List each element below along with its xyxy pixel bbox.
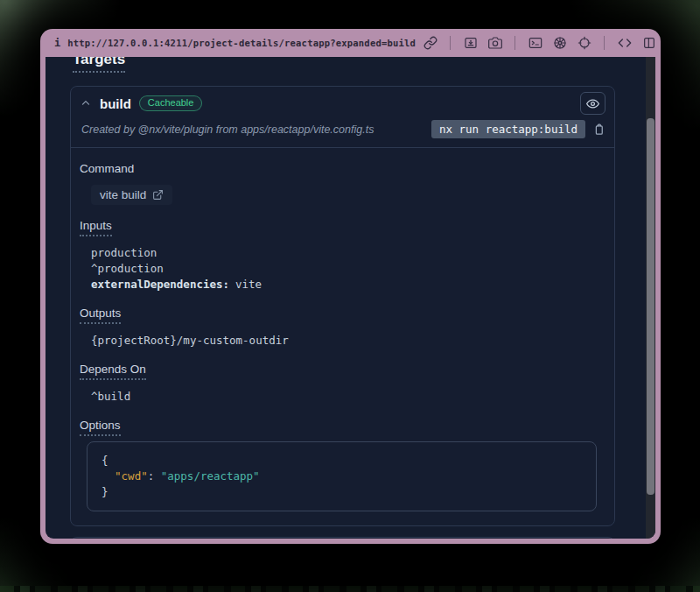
run-command-chip: nx run reactapp:build bbox=[431, 120, 585, 138]
created-by-text: Created by @nx/vite/plugin from apps/rea… bbox=[81, 123, 374, 136]
command-value: vite build bbox=[100, 188, 146, 201]
depends-on-label[interactable]: Depends On bbox=[80, 363, 146, 380]
project-details-page: Targets build Cacheable Created by @nx/v… bbox=[46, 57, 655, 539]
input-item: ^production bbox=[91, 261, 597, 277]
options-section: Options { "cwd": "apps/reactapp"} bbox=[80, 417, 597, 511]
inputs-section: Inputs production ^production externalDe… bbox=[80, 217, 597, 292]
link-icon[interactable] bbox=[423, 36, 438, 51]
options-label[interactable]: Options bbox=[80, 419, 121, 436]
cacheable-badge: Cacheable bbox=[139, 95, 203, 111]
depends-on-section: Depends On ^build bbox=[80, 361, 597, 405]
browser-window: i http://127.0.0.1:4211/project-details/… bbox=[40, 29, 661, 544]
globe-icon[interactable] bbox=[552, 36, 567, 51]
download-icon[interactable] bbox=[463, 36, 478, 51]
json-key: "cwd" bbox=[115, 469, 148, 483]
external-link-icon[interactable] bbox=[152, 189, 164, 201]
address-url[interactable]: http://127.0.0.1:4211/project-details/re… bbox=[67, 38, 416, 48]
depends-on-item: ^build bbox=[91, 389, 597, 405]
target-card-serve: serve vite serve bbox=[70, 537, 615, 539]
info-icon: i bbox=[54, 37, 60, 49]
outputs-section: Outputs {projectRoot}/my-custom-outdir bbox=[80, 305, 597, 349]
view-target-details-button[interactable] bbox=[580, 92, 606, 115]
toolbar-divider bbox=[450, 36, 451, 50]
output-item: {projectRoot}/my-custom-outdir bbox=[91, 333, 597, 349]
json-line: { bbox=[102, 453, 582, 469]
toolbar-divider bbox=[514, 36, 515, 50]
eye-icon bbox=[586, 97, 599, 110]
split-view-icon[interactable] bbox=[641, 36, 656, 51]
chevron-up-icon bbox=[80, 97, 92, 109]
command-section: Command vite build bbox=[80, 160, 597, 205]
command-value-link[interactable]: vite build bbox=[91, 185, 172, 205]
camera-icon[interactable] bbox=[487, 36, 502, 51]
json-line: "cwd": "apps/reactapp" bbox=[102, 469, 582, 484]
scrollbar-thumb[interactable] bbox=[647, 118, 654, 495]
build-card-body: Command vite build Inputs production bbox=[71, 148, 614, 525]
build-card-subheader: Created by @nx/vite/plugin from apps/rea… bbox=[71, 118, 614, 147]
inputs-label[interactable]: Inputs bbox=[80, 219, 112, 236]
copy-icon[interactable] bbox=[592, 123, 606, 136]
outputs-label[interactable]: Outputs bbox=[80, 307, 121, 324]
json-string-value: "apps/reactapp" bbox=[161, 469, 260, 483]
target-card-build: build Cacheable Created by @nx/vite/plug… bbox=[70, 86, 615, 526]
page-title: Targets bbox=[73, 57, 125, 73]
crosshair-icon[interactable] bbox=[577, 36, 592, 51]
toolbar-divider bbox=[604, 36, 605, 50]
code-icon[interactable] bbox=[617, 36, 632, 51]
options-json-block: { "cwd": "apps/reactapp"} bbox=[87, 441, 597, 511]
build-card-header[interactable]: build Cacheable bbox=[71, 87, 614, 118]
serve-card-header[interactable]: serve vite serve bbox=[71, 538, 614, 539]
page-viewport: Targets build Cacheable Created by @nx/v… bbox=[46, 57, 655, 539]
input-item: production bbox=[91, 245, 597, 261]
command-label: Command bbox=[80, 162, 134, 175]
scrollbar-track bbox=[646, 57, 655, 539]
terminal-icon[interactable] bbox=[528, 36, 542, 51]
input-item: externalDependencies:vite bbox=[91, 277, 597, 292]
desktop-background-dashes bbox=[0, 586, 700, 592]
browser-titlebar: i http://127.0.0.1:4211/project-details/… bbox=[40, 29, 661, 57]
titlebar-actions bbox=[423, 36, 656, 51]
target-name: build bbox=[100, 96, 131, 111]
json-line: } bbox=[102, 484, 582, 500]
